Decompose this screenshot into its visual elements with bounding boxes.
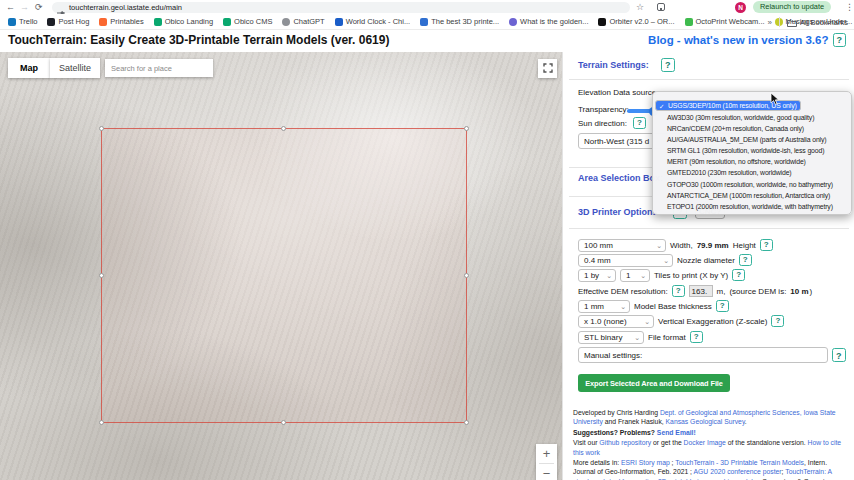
bookmark-item[interactable]: Printables — [99, 17, 143, 26]
dem-resolution-value[interactable]: 163. — [689, 285, 713, 297]
zscale-help-button[interactable]: ? — [771, 315, 784, 327]
selection-handle[interactable] — [464, 273, 469, 278]
elevation-option[interactable]: AU/GA/AUSTRALIA_5M_DEM (parts of Austral… — [655, 134, 849, 145]
zoom-out-button[interactable]: − — [536, 465, 557, 480]
selection-handle[interactable] — [281, 420, 286, 425]
elevation-option[interactable]: MERIT (90m resolution, no offshore, worl… — [655, 156, 849, 167]
map-canvas[interactable]: Map Satellite + − — [0, 52, 562, 480]
extensions-icon[interactable] — [657, 3, 665, 11]
elevation-option[interactable]: ETOPO1 (2000m resolution, worldwide, wit… — [655, 201, 849, 212]
elevation-option-label: GTOPO30 (1000m resolution, worldwide, no… — [667, 181, 833, 188]
bookmark-item[interactable]: ChatGPT — [282, 17, 324, 26]
dem-help-button[interactable]: ? — [672, 285, 685, 297]
blog-link-group: Blog - what's new in version 3.6? ? — [648, 33, 846, 47]
bookmark-item[interactable]: Obico CMS — [223, 17, 272, 26]
tiles-help-button[interactable]: ? — [732, 269, 745, 281]
manual-settings-input[interactable]: Manual settings: — [578, 347, 828, 363]
base-thickness-select[interactable]: 1 mm — [578, 300, 630, 313]
bookmark-label: Trello — [19, 17, 37, 26]
size-help-button[interactable]: ? — [760, 239, 773, 251]
all-bookmarks-label: All Bookmarks — [800, 18, 848, 27]
footer-link[interactable]: Github repository — [599, 439, 651, 446]
bookmark-item[interactable]: Orbiter v2.0 – OR... — [598, 17, 674, 26]
bookmark-item[interactable]: World Clock - Chi... — [335, 17, 410, 26]
blog-help-button[interactable]: ? — [833, 33, 847, 47]
nozzle-select[interactable]: 0.4 mm — [578, 254, 673, 267]
selection-handle[interactable] — [464, 420, 469, 425]
footer-link[interactable]: TouchTerrain - 3D Printable Terrain Mode… — [675, 459, 804, 466]
manual-settings-help-button[interactable]: ? — [832, 348, 846, 362]
all-bookmarks-button[interactable]: All Bookmarks — [787, 13, 848, 31]
forward-icon[interactable]: → — [20, 0, 29, 14]
bookmark-favicon — [47, 18, 55, 26]
base-help-button[interactable]: ? — [716, 300, 729, 312]
file-format-help-button[interactable]: ? — [690, 331, 703, 343]
file-format-select[interactable]: STL binary — [578, 331, 644, 344]
bookmark-label: Obico CMS — [234, 17, 272, 26]
bookmark-favicon — [282, 18, 290, 26]
address-bar[interactable]: touchterrain.geol.iastate.edu/main — [52, 2, 630, 13]
file-format-row: STL binary File format ? — [578, 330, 703, 344]
tiles-x-select[interactable]: 1 by — [578, 269, 616, 282]
bookmark-item[interactable]: Trello — [8, 17, 37, 26]
footer-link[interactable]: AGU 2020 conference poster — [694, 468, 782, 475]
export-button[interactable]: Export Selected Area and Download File — [578, 374, 730, 392]
bookmark-item[interactable]: Post Hog — [47, 17, 89, 26]
selection-handle[interactable] — [99, 126, 104, 131]
transparency-label: Transparency: — [578, 105, 629, 114]
elevation-option[interactable]: GTOPO30 (1000m resolution, worldwide, no… — [655, 179, 849, 190]
zoom-in-button[interactable]: + — [536, 445, 557, 463]
back-icon[interactable]: ← — [6, 0, 15, 14]
chevron-down-icon — [644, 317, 650, 326]
footer-text: . — [745, 418, 747, 425]
dem-resolution-label: Effective DEM resolution: — [578, 287, 668, 296]
chevron-down-icon — [656, 241, 662, 250]
elevation-option-label: NRCan/CDEM (20+m resolution, Canada only… — [667, 125, 804, 132]
area-selection-rectangle[interactable] — [101, 128, 467, 423]
terrain-settings-help-button[interactable]: ? — [661, 58, 675, 72]
file-format-label: File format — [648, 333, 686, 342]
footer-link[interactable]: Dept. of Geological and Atmospheric Scie… — [660, 409, 802, 416]
browser-menu-icon[interactable]: ⋮ — [845, 0, 854, 14]
selection-handle[interactable] — [464, 126, 469, 131]
selection-handle[interactable] — [281, 126, 286, 131]
selection-handle[interactable] — [99, 273, 104, 278]
bookmark-item[interactable]: OctoPrint Webcam... — [685, 17, 765, 26]
dem-source-close: ) — [810, 287, 813, 296]
search-input[interactable] — [105, 59, 213, 77]
bookmark-item[interactable]: What is the golden... — [509, 17, 588, 26]
footer-line: Visit our Github repository or get the D… — [573, 438, 851, 457]
bookmark-item[interactable]: Obico Landing — [154, 17, 213, 26]
elevation-source-dropdown: ✓USGS/3DEP/10m (10m resolution, US only)… — [652, 91, 852, 215]
nozzle-help-button[interactable]: ? — [739, 254, 752, 266]
reload-icon[interactable]: ⟳ — [35, 0, 43, 14]
footer-link[interactable]: Kansas Geological Survey — [666, 418, 745, 425]
footer-link[interactable]: Docker Image — [684, 439, 726, 446]
sun-direction-help-button[interactable]: ? — [633, 117, 646, 129]
zscale-select[interactable]: x 1.0 (none) — [578, 315, 654, 328]
profile-avatar[interactable]: N — [735, 2, 746, 13]
size-select[interactable]: 100 mm — [578, 239, 666, 252]
footer-link[interactable]: Send Email! — [657, 429, 696, 436]
elevation-option[interactable]: AW3D30 (30m resolution, worldwide, good … — [655, 112, 849, 123]
elevation-option[interactable]: SRTM GL1 (30m resolution, worldwide-ish,… — [655, 145, 849, 156]
bookmark-star-icon[interactable]: ☆ — [636, 0, 644, 14]
printer-options-label: 3D Printer Options: — [578, 207, 661, 217]
footer-text: Visit our — [573, 439, 599, 446]
selection-handle[interactable] — [99, 420, 104, 425]
bookmark-favicon — [335, 18, 343, 26]
elevation-option[interactable]: ANTARCTICA_DEM (1000m resolution, Antarc… — [655, 190, 849, 201]
zscale-value: x 1.0 (none) — [584, 317, 627, 326]
relaunch-to-update-button[interactable]: Relaunch to update — [753, 1, 831, 13]
area-selection-label: Area Selection Box: — [578, 173, 663, 183]
bookmark-item[interactable]: The best 3D printe... — [420, 17, 499, 26]
map-type-map-button[interactable]: Map — [8, 58, 50, 78]
bookmarks-overflow-icon[interactable]: » — [768, 18, 772, 27]
map-type-satellite-button[interactable]: Satellite — [50, 58, 100, 78]
fullscreen-button[interactable] — [538, 59, 557, 78]
blog-link[interactable]: Blog - what's new in version 3.6? — [648, 34, 828, 46]
tiles-y-select[interactable]: 1 — [620, 269, 650, 282]
elevation-option[interactable]: GMTED2010 (230m resolution, worldwide) — [655, 167, 849, 178]
elevation-option[interactable]: NRCan/CDEM (20+m resolution, Canada only… — [655, 123, 849, 134]
footer-link[interactable]: ESRI Story map — [621, 459, 670, 466]
